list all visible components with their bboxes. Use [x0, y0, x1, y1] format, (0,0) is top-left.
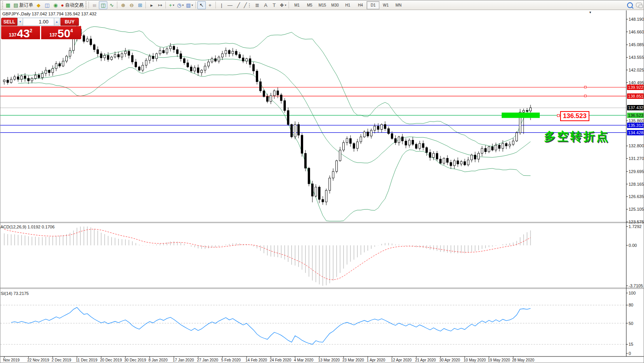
- text-icon: A: [264, 2, 267, 8]
- fibonacci-icon[interactable]: ≣: [253, 1, 262, 9]
- date-tick-label: Nov 2019: [3, 358, 20, 362]
- toolbar-separator: [87, 1, 90, 9]
- app-icon: ▦: [6, 2, 10, 8]
- sell-button[interactable]: SELL: [1, 18, 17, 26]
- chart-shift-icon[interactable]: ↦: [156, 1, 164, 9]
- line-chart-icon[interactable]: ∿: [107, 1, 116, 9]
- line-handle[interactable]: [584, 86, 586, 88]
- price-tick-label: 142.025: [629, 68, 644, 72]
- zoom-out-icon[interactable]: ⊖: [127, 1, 136, 9]
- price-badge-139.922: 139.922: [627, 85, 644, 90]
- buy-button[interactable]: BUY: [60, 18, 79, 26]
- volume-input[interactable]: 1.00: [23, 18, 54, 26]
- autotrading-button[interactable]: ●自动交易: [60, 1, 85, 9]
- turning-point-annotation[interactable]: 多空转折点: [544, 129, 609, 145]
- new-order-button-label: 新订单: [19, 2, 33, 8]
- zoom-in-icon[interactable]: ⊕: [119, 1, 127, 9]
- indicators-button[interactable]: +▾: [167, 1, 176, 9]
- text-label-icon: T: [273, 2, 276, 8]
- new-order-icon: ▤: [13, 2, 18, 8]
- tile-windows-icon: ⊞: [138, 2, 142, 8]
- date-tick-label: 24 Feb 2020: [270, 358, 291, 362]
- date-tick-label: 8 Jan 2020: [148, 358, 168, 362]
- signal-icon[interactable]: ◉: [51, 1, 60, 9]
- chart-shift-marker: ▾: [589, 10, 591, 14]
- one-click-trading-widget: SELL ▼ 1.00 ▲ BUY 137 43 2 137 50 4: [1, 18, 81, 39]
- periods-icon: ◷: [177, 2, 181, 8]
- volume-decrease-button[interactable]: ▼: [17, 18, 23, 26]
- callout-anchor-handle[interactable]: [557, 114, 560, 117]
- date-tick-label: 27 Jan 2020: [197, 358, 218, 362]
- date-tick-label: 21 Apr 2020: [415, 358, 436, 362]
- text-icon[interactable]: A: [262, 1, 270, 9]
- arrows-icon: ❖: [280, 2, 284, 8]
- fibonacci-icon: ≣: [255, 2, 259, 8]
- date-tick-label: 12 Apr 2020: [391, 358, 412, 362]
- volume-increase-button[interactable]: ▲: [54, 18, 60, 26]
- app-icon[interactable]: ▦: [4, 1, 12, 9]
- timeframe-d1[interactable]: D1: [367, 1, 379, 9]
- price-tick-label: 140.495: [629, 80, 644, 85]
- cursor-icon: ↖: [199, 2, 204, 8]
- buy-price-panel[interactable]: 137 50 4: [41, 26, 81, 39]
- highlight-zone-rect[interactable]: [502, 113, 540, 118]
- indicators-icon: +: [169, 2, 172, 8]
- date-tick-label: 13 Mar 2020: [318, 358, 340, 362]
- price-callout-label[interactable]: 136.523: [560, 111, 589, 121]
- date-tick-label: 14 Feb 2020: [245, 358, 267, 362]
- rsi-axis-label: 100: [629, 291, 636, 295]
- date-tick-label: 17 Jan 2020: [173, 358, 194, 362]
- price-tick-label: 146.660: [629, 30, 644, 34]
- text-label-icon[interactable]: T: [270, 1, 279, 9]
- toolbar-separator: [144, 1, 147, 9]
- new-order-button[interactable]: ▤新订单: [12, 1, 34, 9]
- rsi-axis-label: 50: [629, 321, 633, 326]
- timeframe-m15[interactable]: M15: [316, 1, 329, 9]
- crosshair-icon[interactable]: +: [206, 1, 214, 9]
- price-badge-136.523: 136.523: [627, 113, 644, 118]
- arrows-icon[interactable]: ❖▾: [279, 1, 288, 9]
- chat-icon[interactable]: [636, 3, 642, 7]
- timeframe-m30[interactable]: M30: [329, 1, 341, 9]
- chevron-down-icon: ▾: [285, 3, 286, 7]
- profile-icon[interactable]: ◫: [43, 1, 51, 9]
- auto-scroll-icon[interactable]: ▸: [147, 1, 156, 9]
- search-icon[interactable]: [627, 2, 633, 8]
- date-tick-label: 28 May 2020: [512, 358, 534, 362]
- timeframe-m1[interactable]: M1: [290, 1, 303, 9]
- horizontal-line-icon[interactable]: —: [226, 1, 234, 9]
- toolbar-separator: [287, 1, 290, 9]
- funnel-icon: ◆: [37, 2, 40, 8]
- periods-button[interactable]: ◷▾: [176, 1, 185, 9]
- auto-scroll-icon: ▸: [150, 2, 153, 8]
- bar-chart-icon[interactable]: |||: [90, 1, 99, 9]
- timeframe-h1[interactable]: H1: [341, 1, 354, 9]
- zoom-out-icon: ⊖: [130, 2, 134, 8]
- equidistant-channel-icon[interactable]: ╱⋮: [243, 1, 253, 9]
- candlestick-chart-icon[interactable]: ◫: [99, 1, 107, 9]
- sell-price-panel[interactable]: 137 43 2: [1, 26, 40, 39]
- chart-surface[interactable]: GBPJPY-,Daily 137.042 137.794 135.942 13…: [0, 10, 644, 363]
- price-tick-label: 123.575: [629, 220, 644, 224]
- templates-icon: ▨: [186, 2, 191, 8]
- cursor-icon[interactable]: ↖: [197, 1, 206, 9]
- line-handle[interactable]: [584, 95, 586, 97]
- price-chart-canvas[interactable]: [0, 10, 644, 363]
- timeframe-h4[interactable]: H4: [354, 1, 367, 9]
- toolbar-separator: [164, 1, 167, 9]
- date-tick-label: 10 May 2020: [464, 358, 486, 362]
- timeframe-m5[interactable]: M5: [303, 1, 316, 9]
- funnel-icon[interactable]: ◆: [34, 1, 43, 9]
- tile-windows-icon[interactable]: ⊞: [136, 1, 144, 9]
- rsi-line: [11, 307, 531, 344]
- buy-price-prefix: 137: [49, 32, 57, 38]
- macd-axis-label: 0.00: [629, 243, 637, 248]
- chevron-down-icon: ▾: [173, 3, 174, 7]
- timeframe-mn[interactable]: MN: [392, 1, 405, 9]
- vertical-line-icon[interactable]: |: [217, 1, 226, 9]
- trendline-icon[interactable]: ╱: [234, 1, 243, 9]
- templates-button[interactable]: ▨▾: [185, 1, 194, 9]
- price-tick-label: 126.635: [629, 194, 644, 199]
- timeframe-w1[interactable]: W1: [379, 1, 392, 9]
- date-tick-label: 4 Mar 2020: [294, 358, 314, 362]
